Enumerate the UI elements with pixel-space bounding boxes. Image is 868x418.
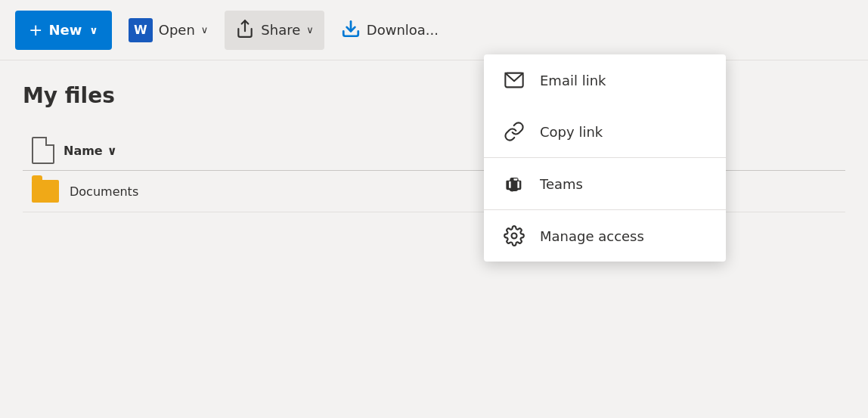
file-name: Documents	[70, 184, 138, 199]
plus-icon: +	[29, 20, 42, 39]
copy-link-label: Copy link	[540, 124, 603, 140]
email-icon	[502, 68, 526, 92]
copy-link-icon	[502, 119, 526, 144]
word-letter: W	[134, 23, 147, 37]
name-column-header[interactable]: Name ∨	[64, 144, 117, 158]
toolbar: + New ∨ W Open ∨ Share ∨ Downloa.	[0, 0, 868, 60]
download-icon	[341, 19, 361, 42]
name-sort-chevron: ∨	[107, 144, 117, 158]
share-dropdown-menu: Email link Copy link Teams Manage access	[484, 54, 726, 262]
open-button[interactable]: W Open ∨	[118, 11, 219, 50]
main-content: My files Name ∨ Documents	[0, 60, 868, 212]
share-button[interactable]: Share ∨	[225, 11, 324, 50]
manage-access-item[interactable]: Manage access	[484, 209, 726, 262]
email-link-item[interactable]: Email link	[484, 54, 726, 106]
folder-icon	[32, 180, 59, 203]
manage-access-label: Manage access	[540, 228, 644, 244]
teams-label: Teams	[540, 176, 583, 192]
teams-item[interactable]: Teams	[484, 157, 726, 209]
teams-icon	[502, 172, 526, 196]
new-button[interactable]: + New ∨	[15, 11, 112, 50]
new-label: New	[48, 22, 82, 38]
file-column-icon	[32, 137, 54, 164]
download-label: Downloa...	[367, 22, 439, 38]
download-button[interactable]: Downloa...	[330, 11, 449, 50]
share-chevron-icon: ∨	[306, 24, 314, 36]
open-label: Open	[159, 22, 195, 38]
gear-icon	[502, 224, 526, 248]
new-chevron-icon: ∨	[89, 24, 98, 36]
share-label: Share	[261, 22, 300, 38]
svg-point-3	[512, 234, 517, 239]
open-chevron-icon: ∨	[201, 24, 209, 36]
copy-link-item[interactable]: Copy link	[484, 106, 726, 157]
word-icon: W	[129, 18, 153, 42]
email-link-label: Email link	[540, 73, 606, 88]
share-icon	[235, 19, 255, 42]
